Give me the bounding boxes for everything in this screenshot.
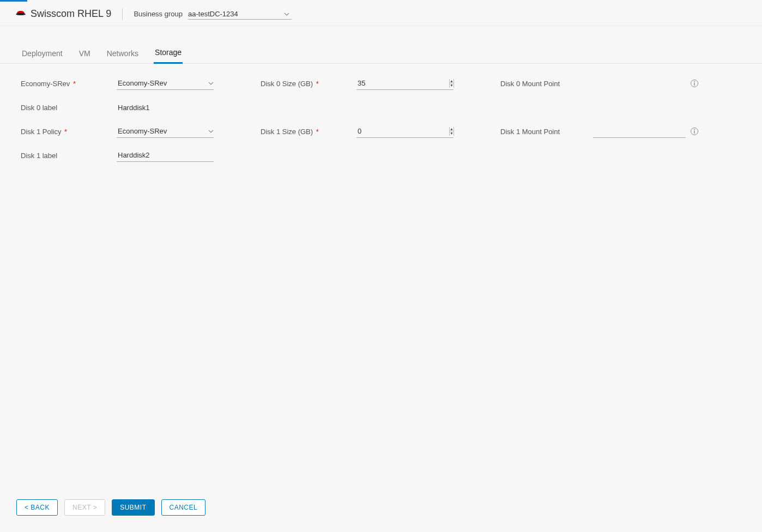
disk1-mount-input[interactable]	[593, 125, 686, 138]
svg-rect-6	[694, 131, 694, 134]
spinner-up-icon[interactable]: ▲	[450, 79, 453, 84]
disk1-mount-label: Disk 1 Mount Point	[500, 128, 593, 136]
cancel-button[interactable]: CANCEL	[161, 499, 206, 516]
tab-deployment[interactable]: Deployment	[21, 44, 64, 63]
chevron-down-icon	[208, 129, 214, 134]
svg-point-5	[694, 129, 695, 130]
footer-actions: < BACK NEXT > SUBMIT CANCEL	[16, 499, 205, 516]
disk0-size-input[interactable]: ▲ ▼	[356, 77, 453, 90]
storage-form: Economy-SRev * Economy-SRev Disk 0 Size …	[0, 64, 762, 167]
spinner-icon[interactable]: ▲ ▼	[449, 127, 454, 136]
disk0-policy-select[interactable]: Economy-SRev	[117, 77, 214, 90]
header-divider	[122, 8, 123, 20]
business-group-label: Business group	[134, 10, 183, 18]
tabs: Deployment VM Networks Storage	[0, 28, 762, 64]
chevron-down-icon	[208, 81, 214, 86]
next-button: NEXT >	[64, 499, 105, 516]
page-title: Swisscom RHEL 9	[31, 8, 111, 20]
loading-indicator	[0, 0, 27, 2]
disk0-label-value: Harddisk1	[117, 104, 150, 112]
svg-rect-3	[694, 83, 694, 86]
disk0-label-label: Disk 0 label	[21, 104, 117, 112]
redhat-icon	[15, 8, 26, 20]
disk0-mount-label: Disk 0 Mount Point	[500, 80, 593, 88]
disk1-size-label: Disk 1 Size (GB) *	[261, 128, 356, 136]
page-header: Swisscom RHEL 9 Business group	[0, 0, 762, 26]
business-group-value[interactable]	[188, 9, 292, 20]
disk1-policy-label: Disk 1 Policy *	[21, 128, 117, 136]
business-group-select[interactable]	[188, 9, 292, 20]
spinner-up-icon[interactable]: ▲	[450, 127, 453, 132]
disk1-label-label: Disk 1 label	[21, 152, 117, 160]
submit-button[interactable]: SUBMIT	[112, 499, 154, 516]
spinner-icon[interactable]: ▲ ▼	[449, 79, 454, 88]
tab-networks[interactable]: Networks	[106, 44, 140, 63]
tab-storage[interactable]: Storage	[154, 43, 183, 64]
disk0-policy-label: Economy-SRev *	[21, 80, 117, 88]
disk0-mount-input[interactable]	[593, 77, 686, 90]
info-icon[interactable]	[690, 79, 699, 88]
tab-vm[interactable]: VM	[78, 44, 92, 63]
svg-point-0	[16, 13, 26, 15]
disk1-policy-select[interactable]: Economy-SRev	[117, 125, 214, 138]
disk0-size-value[interactable]	[356, 79, 449, 87]
disk1-size-input[interactable]: ▲ ▼	[356, 125, 453, 138]
disk1-label-input[interactable]	[117, 149, 214, 162]
spinner-down-icon[interactable]: ▼	[450, 131, 453, 136]
svg-point-2	[694, 81, 695, 82]
disk1-size-value[interactable]	[356, 127, 449, 135]
info-icon[interactable]	[690, 127, 699, 136]
back-button[interactable]: < BACK	[16, 499, 58, 516]
spinner-down-icon[interactable]: ▼	[450, 83, 453, 88]
disk0-size-label: Disk 0 Size (GB) *	[261, 80, 356, 88]
